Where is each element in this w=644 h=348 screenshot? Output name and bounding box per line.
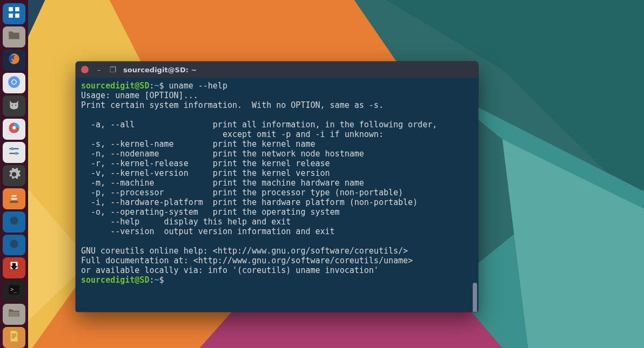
prompt-user-host: sourcedigit@SD [81,275,149,285]
window-titlebar[interactable]: – ❐ sourcedigit@SD: ~ [76,62,478,78]
dock-show-applications[interactable] [3,3,25,24]
terminal-output: Usage: uname [OPTION]... Print certain s… [81,91,437,275]
terminal-icon: >_ [7,283,21,299]
chromium-icon [7,75,21,92]
command-text: uname --help [169,81,227,91]
folder-open-icon [7,306,21,323]
cat-icon [7,98,21,114]
dock-files[interactable] [3,26,25,47]
sliders-icon [7,144,21,161]
prompt-user-host: sourcedigit@SD [81,81,149,91]
prompt-dollar: $ [159,81,164,91]
dock-tweaks[interactable] [3,142,25,163]
svg-point-9 [15,105,16,106]
svg-rect-26 [12,337,15,338]
dock-transmission[interactable] [3,257,25,278]
svg-point-8 [12,105,13,106]
svg-point-14 [11,147,14,150]
svg-point-11 [12,126,16,130]
arrow-down-icon [7,260,21,276]
dock-chromium[interactable] [3,73,25,94]
circle-icon [7,237,21,254]
svg-rect-2 [9,13,13,18]
grid-icon [7,5,21,22]
launcher-dock: >_ [0,0,28,348]
svg-rect-25 [12,336,17,337]
svg-point-15 [15,152,18,155]
svg-rect-1 [15,7,19,11]
svg-point-20 [10,240,18,248]
maximize-icon[interactable]: ❐ [109,65,117,74]
svg-rect-18 [10,201,18,202]
close-icon[interactable] [81,66,89,73]
minimize-icon[interactable]: – [95,65,103,74]
prompt-dollar: $ [159,275,164,285]
svg-rect-17 [11,198,17,200]
svg-point-19 [10,216,18,224]
prompt-path: ~ [154,81,159,91]
svg-rect-0 [9,7,13,11]
gear-icon [7,167,21,184]
folder-icon [7,29,21,45]
dock-terminal[interactable]: >_ [3,281,25,302]
dock-firefox[interactable] [3,50,25,71]
terminal-body[interactable]: sourcedigit@SD:~$ uname --help Usage: un… [76,78,478,312]
firefox-icon [7,52,21,69]
disk-pie-icon [7,121,21,138]
prompt-path: ~ [154,275,159,285]
dock-app-blue-2[interactable] [3,235,25,256]
svg-text:>_: >_ [11,286,17,293]
dock-app-blue-1[interactable] [3,211,25,233]
svg-rect-24 [12,334,17,335]
terminal-scrollbar[interactable] [473,283,477,312]
svg-rect-16 [12,195,17,196]
dock-settings[interactable] [3,165,25,186]
circle-icon [7,214,21,230]
vlc-cone-icon [7,190,21,207]
dock-folder[interactable] [3,304,25,325]
svg-rect-3 [15,13,19,18]
dock-disk-usage[interactable] [3,119,25,140]
dock-clipboard-manager[interactable] [3,95,25,117]
window-title: sourcedigit@SD: ~ [123,66,197,74]
terminal-window[interactable]: – ❐ sourcedigit@SD: ~ sourcedigit@SD:~$ … [76,62,478,312]
dock-document[interactable] [3,327,25,348]
svg-point-7 [12,80,16,84]
dock-vlc[interactable] [3,188,25,209]
document-icon [7,329,21,346]
